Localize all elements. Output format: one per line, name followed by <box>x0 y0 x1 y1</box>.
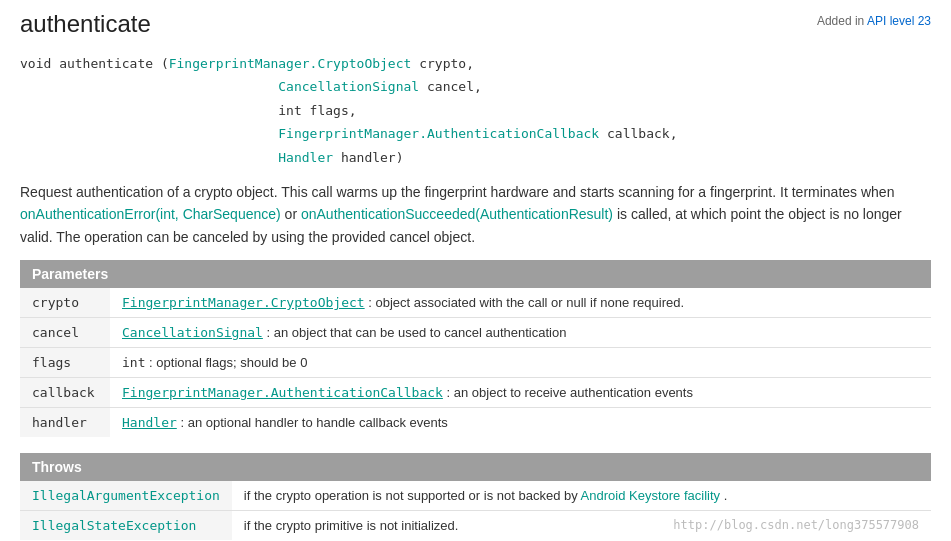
parameters-section: Parameters crypto FingerprintManager.Cry… <box>20 260 931 437</box>
parameters-table: crypto FingerprintManager.CryptoObject :… <box>20 288 931 437</box>
param-name-flags: flags <box>20 348 110 378</box>
watermark: http://blog.csdn.net/long375577908 <box>673 518 919 532</box>
illegal-state-desc: if the crypto primitive is not initializ… <box>232 511 931 541</box>
param-desc-crypto: FingerprintManager.CryptoObject : object… <box>110 288 931 318</box>
param-name-cancel: cancel <box>20 318 110 348</box>
throws-section: Throws IllegalArgumentException if the c… <box>20 453 931 540</box>
param-desc-flags: int : optional flags; should be 0 <box>110 348 931 378</box>
on-auth-error-link[interactable]: onAuthenticationError(int, CharSequence) <box>20 206 281 222</box>
on-auth-succeeded-link[interactable]: onAuthenticationSucceeded(Authentication… <box>301 206 613 222</box>
cancel-param: cancel, <box>427 79 482 94</box>
desc-text2: or <box>285 206 301 222</box>
handler-type-link[interactable]: Handler <box>278 150 333 165</box>
param-desc-cancel: CancellationSignal : an object that can … <box>110 318 931 348</box>
handler-link[interactable]: Handler <box>122 415 177 430</box>
crypto-object-type-link[interactable]: FingerprintManager.CryptoObject <box>169 56 412 71</box>
table-row: flags int : optional flags; should be 0 <box>20 348 931 378</box>
table-row: handler Handler : an optional handler to… <box>20 408 931 438</box>
crypto-object-link[interactable]: FingerprintManager.CryptoObject <box>122 295 365 310</box>
param-name-handler: handler <box>20 408 110 438</box>
throws-table: IllegalArgumentException if the crypto o… <box>20 481 931 540</box>
api-level-link[interactable]: API level 23 <box>867 14 931 28</box>
illegal-arg-exception: IllegalArgumentException <box>20 481 232 511</box>
int-type: int <box>278 103 301 118</box>
parameters-header: Parameters <box>20 260 931 288</box>
illegal-state-exception-link[interactable]: IllegalStateException <box>32 518 196 533</box>
method-name: authenticate ( <box>59 56 169 71</box>
param-name-callback: callback <box>20 378 110 408</box>
void-keyword: void <box>20 56 51 71</box>
illegal-arg-desc: if the crypto operation is not supported… <box>232 481 931 511</box>
param-desc-handler: Handler : an optional handler to handle … <box>110 408 931 438</box>
desc-text1: Request authentication of a crypto objec… <box>20 184 894 200</box>
handler-param: handler) <box>341 150 404 165</box>
throws-header: Throws <box>20 453 931 481</box>
cancellation-signal-link[interactable]: CancellationSignal <box>122 325 263 340</box>
table-row: cancel CancellationSignal : an object th… <box>20 318 931 348</box>
callback-param: callback, <box>607 126 677 141</box>
param-name-crypto: crypto <box>20 288 110 318</box>
auth-callback-type-link[interactable]: FingerprintManager.AuthenticationCallbac… <box>278 126 599 141</box>
description: Request authentication of a crypto objec… <box>20 181 931 248</box>
header-row: authenticate Added in API level 23 <box>20 10 931 42</box>
cancellation-signal-type-link[interactable]: CancellationSignal <box>278 79 419 94</box>
crypto-param: crypto, <box>419 56 474 71</box>
added-in-label: Added in API level 23 <box>817 14 931 28</box>
illegal-state-exception: IllegalStateException <box>20 511 232 541</box>
flags-param: flags, <box>310 103 357 118</box>
code-signature: void authenticate (FingerprintManager.Cr… <box>20 52 931 169</box>
table-row: IllegalArgumentException if the crypto o… <box>20 481 931 511</box>
table-row: crypto FingerprintManager.CryptoObject :… <box>20 288 931 318</box>
param-desc-callback: FingerprintManager.AuthenticationCallbac… <box>110 378 931 408</box>
auth-callback-link[interactable]: FingerprintManager.AuthenticationCallbac… <box>122 385 443 400</box>
table-row: IllegalStateException if the crypto prim… <box>20 511 931 541</box>
table-row: callback FingerprintManager.Authenticati… <box>20 378 931 408</box>
page-title: authenticate <box>20 10 151 38</box>
illegal-arg-exception-link[interactable]: IllegalArgumentException <box>32 488 220 503</box>
android-keystore-link[interactable]: Android Keystore facility <box>581 488 720 503</box>
